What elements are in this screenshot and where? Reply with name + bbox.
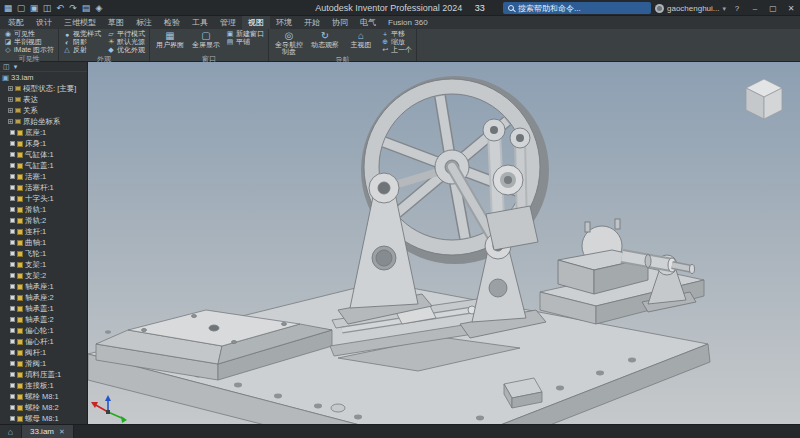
tree-part-node[interactable]: 滑轨:1 (0, 204, 87, 215)
ribbon-tab[interactable]: 装配 (2, 16, 30, 29)
tree-folder-node[interactable]: 模型状态: [主要] (0, 83, 87, 94)
ribbon-tab[interactable]: 检验 (158, 16, 186, 29)
imate-glyph-button[interactable]: iMate 图示符 (4, 46, 54, 54)
tree-part-node[interactable]: 填料压盖:1 (0, 369, 87, 380)
maximize-button[interactable]: ▢ (766, 0, 780, 16)
visibility-checkbox[interactable] (10, 361, 15, 366)
ribbon-tab[interactable]: 协同 (326, 16, 354, 29)
visibility-checkbox[interactable] (10, 405, 15, 410)
tree-part-node[interactable]: 轴承座:1 (0, 281, 87, 292)
ribbon-tab[interactable]: 开始 (298, 16, 326, 29)
visibility-checkbox[interactable] (10, 262, 15, 267)
tree-part-node[interactable]: 底座:1 (0, 127, 87, 138)
ribbon-tab[interactable]: 设计 (30, 16, 58, 29)
visibility-checkbox[interactable] (10, 240, 15, 245)
tree-part-node[interactable]: 偏心杆:1 (0, 336, 87, 347)
visibility-checkbox[interactable] (10, 273, 15, 278)
home-tab[interactable] (0, 425, 22, 438)
tree-part-node[interactable]: 连接板:1 (0, 380, 87, 391)
visibility-checkbox[interactable] (10, 207, 15, 212)
visibility-checkbox[interactable] (10, 141, 15, 146)
document-tab-active[interactable]: 33.iam ✕ (22, 425, 74, 438)
undo-icon[interactable] (54, 2, 66, 14)
tree-part-node[interactable]: 飞轮:1 (0, 248, 87, 259)
reflections-button[interactable]: 反射 (63, 46, 101, 54)
tree-part-node[interactable]: 螺栓 M8:1 (0, 391, 87, 402)
tree-part-node[interactable]: 连杆:1 (0, 226, 87, 237)
expand-icon[interactable] (8, 97, 13, 102)
tree-part-node[interactable]: 活塞杆:1 (0, 182, 87, 193)
visibility-checkbox[interactable] (10, 229, 15, 234)
tree-part-node[interactable]: 轴承座:2 (0, 292, 87, 303)
visibility-checkbox[interactable] (10, 328, 15, 333)
ribbon-tab[interactable]: 草图 (102, 16, 130, 29)
open-icon[interactable] (28, 2, 40, 14)
visibility-checkbox[interactable] (10, 130, 15, 135)
help-button[interactable]: ? (730, 0, 744, 16)
tree-part-node[interactable]: 活塞:1 (0, 171, 87, 182)
close-button[interactable]: ✕ (784, 0, 798, 16)
material-icon[interactable] (93, 2, 105, 14)
orbit-button[interactable]: 动态观察 (309, 30, 341, 48)
tree-part-node[interactable]: 轴承盖:2 (0, 314, 87, 325)
visibility-checkbox[interactable] (10, 394, 15, 399)
ribbon-tab[interactable]: Fusion 360 (382, 16, 434, 29)
app-menu-icon[interactable] (2, 2, 14, 14)
visibility-checkbox[interactable] (10, 251, 15, 256)
fullscreen-button[interactable]: 全屏显示 (190, 30, 222, 48)
tree-part-node[interactable]: 阀杆:1 (0, 347, 87, 358)
tree-part-node[interactable]: 滑轨:2 (0, 215, 87, 226)
visibility-checkbox[interactable] (10, 383, 15, 388)
expand-icon[interactable] (8, 119, 13, 124)
tree-part-node[interactable]: 偏心轮:1 (0, 325, 87, 336)
tree-part-node[interactable]: 支架:1 (0, 259, 87, 270)
tree-folder-node[interactable]: 原始坐标系 (0, 116, 87, 127)
visibility-checkbox[interactable] (10, 218, 15, 223)
ribbon-tab[interactable]: 视图 (242, 16, 270, 29)
ribbon-tab[interactable]: 标注 (130, 16, 158, 29)
visibility-checkbox[interactable] (10, 295, 15, 300)
ribbon-tab[interactable]: 环境 (270, 16, 298, 29)
visibility-checkbox[interactable] (10, 350, 15, 355)
visibility-checkbox[interactable] (10, 317, 15, 322)
expand-icon[interactable] (8, 108, 13, 113)
user-account-menu[interactable]: gaochenghui... (655, 4, 726, 13)
minimize-button[interactable]: – (748, 0, 762, 16)
visibility-checkbox[interactable] (10, 339, 15, 344)
steering-wheel-button[interactable]: 全导航控制盘 (273, 30, 305, 55)
ribbon-tab[interactable]: 电气 (354, 16, 382, 29)
visibility-checkbox[interactable] (10, 163, 15, 168)
help-search-input[interactable]: 搜索帮助和命令... (503, 2, 651, 14)
ribbon-tab[interactable]: 管理 (214, 16, 242, 29)
home-view-button[interactable]: 主视图 (345, 30, 377, 48)
tree-root-node[interactable]: 33.iam (0, 72, 87, 83)
tree-part-node[interactable]: 气缸盖:1 (0, 160, 87, 171)
tree-part-node[interactable]: 螺栓 M8:2 (0, 402, 87, 413)
print-icon[interactable] (80, 2, 92, 14)
tree-part-node[interactable]: 床身:1 (0, 138, 87, 149)
tree-part-node[interactable]: 轴承盖:1 (0, 303, 87, 314)
visibility-checkbox[interactable] (10, 306, 15, 311)
redo-icon[interactable] (67, 2, 79, 14)
visibility-checkbox[interactable] (10, 174, 15, 179)
tree-folder-node[interactable]: 表达 (0, 94, 87, 105)
ribbon-tab[interactable]: 工具 (186, 16, 214, 29)
new-file-icon[interactable] (15, 2, 27, 14)
tree-folder-node[interactable]: 关系 (0, 105, 87, 116)
ribbon-tab[interactable]: 三维模型 (58, 16, 102, 29)
view-cube[interactable] (746, 79, 782, 119)
close-tab-icon[interactable]: ✕ (59, 428, 65, 436)
refine-appearance-button[interactable]: 优化外观 (107, 46, 145, 54)
tree-part-node[interactable]: 螺母 M8:1 (0, 413, 87, 424)
browser-filter-icon[interactable] (3, 63, 10, 71)
visibility-checkbox[interactable] (10, 196, 15, 201)
tile-windows-button[interactable]: 平铺 (226, 38, 264, 46)
viewport-canvas[interactable] (88, 62, 800, 424)
previous-view-button[interactable]: 上一个 (381, 46, 412, 54)
user-interface-button[interactable]: 用户界面 (154, 30, 186, 48)
tree-part-node[interactable]: 气缸体:1 (0, 149, 87, 160)
save-icon[interactable] (41, 2, 53, 14)
visibility-checkbox[interactable] (10, 284, 15, 289)
expand-icon[interactable] (8, 86, 13, 91)
visibility-checkbox[interactable] (10, 416, 15, 421)
